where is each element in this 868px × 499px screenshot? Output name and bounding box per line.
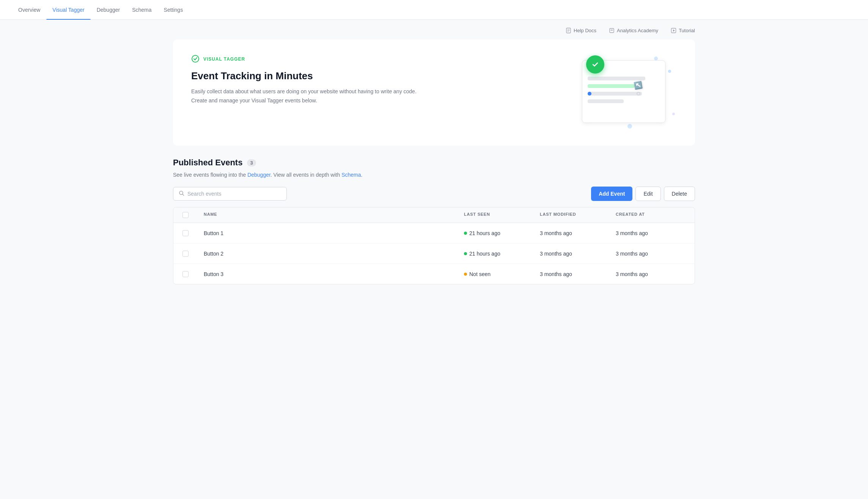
debugger-link[interactable]: Debugger [247,172,270,178]
help-docs-link[interactable]: Help Docs [565,27,596,33]
header-checkbox-cell [179,207,201,223]
events-table: NAME LAST SEEN LAST MODIFIED CREATED AT … [173,207,695,284]
row2-name: Button 2 [201,244,461,264]
hero-section: VISUAL TAGGER Event Tracking in Minutes … [173,39,695,146]
row2-created-at: 3 months ago [613,244,689,264]
search-icon [179,190,184,197]
row2-last-modified: 3 months ago [537,244,613,264]
tutorial-label: Tutorial [679,28,695,33]
hero-title: Event Tracking in Minutes [191,70,419,83]
row3-checkbox[interactable] [182,271,189,277]
svg-marker-8 [673,29,675,31]
table-row: Button 3 Not seen 3 months ago 3 months … [173,264,695,284]
edit-button[interactable]: Edit [635,187,660,201]
tab-schema[interactable]: Schema [126,0,157,20]
row3-checkbox-cell [179,264,201,284]
top-nav: Overview Visual Tagger Debugger Schema S… [0,0,868,20]
row3-last-modified: 3 months ago [537,264,613,284]
analytics-academy-label: Analytics Academy [617,28,658,33]
tab-visual-tagger[interactable]: Visual Tagger [46,0,90,20]
row2-status-dot [464,252,467,255]
row3-name: Button 3 [201,264,461,284]
toolbar: Add Event Edit Delete [173,187,695,201]
row1-name: Button 1 [201,223,461,243]
table-row: Button 2 21 hours ago 3 months ago 3 mon… [173,243,695,264]
main-content: Help Docs Analytics Academy Tutorial [161,20,707,297]
row1-last-modified: 3 months ago [537,223,613,243]
row3-status-dot [464,273,467,276]
tutorial-link[interactable]: Tutorial [670,27,695,33]
header-created-at: CREATED AT [613,207,689,223]
header-last-seen: LAST SEEN [461,207,537,223]
row1-checkbox-cell [179,223,201,243]
row2-checkbox-cell [179,244,201,264]
row2-last-seen: 21 hours ago [461,243,537,264]
help-links: Help Docs Analytics Academy Tutorial [173,20,695,39]
section-subtitle: See live events flowing into the Debugge… [173,171,695,179]
row2-checkbox[interactable] [182,251,189,257]
svg-point-9 [192,55,199,62]
hero-description: Easily collect data about what users are… [191,87,419,105]
events-count-badge: 3 [247,159,256,166]
table-header: NAME LAST SEEN LAST MODIFIED CREATED AT [173,207,695,223]
row1-status-dot [464,232,467,235]
row3-last-seen: Not seen [461,264,537,284]
row1-last-seen-text: 21 hours ago [469,230,500,236]
search-input[interactable] [187,191,281,197]
row2-last-seen-text: 21 hours ago [469,251,500,257]
schema-link[interactable]: Schema [341,172,361,178]
book-icon [609,27,615,33]
tab-overview[interactable]: Overview [12,0,46,20]
action-buttons: Add Event Edit Delete [591,187,695,201]
visual-tagger-badge: VISUAL TAGGER [191,55,419,64]
row1-created-at: 3 months ago [613,223,689,243]
header-checkbox[interactable] [182,212,189,218]
analytics-academy-link[interactable]: Analytics Academy [609,27,658,33]
row1-last-seen: 21 hours ago [461,223,537,243]
header-last-modified: LAST MODIFIED [537,207,613,223]
hero-illustration: ↖️ [578,55,677,130]
add-event-button[interactable]: Add Event [591,187,632,201]
header-name: NAME [201,207,461,223]
published-events-section: Published Events 3 See live events flowi… [173,158,695,284]
help-docs-label: Help Docs [574,28,596,33]
tab-settings[interactable]: Settings [158,0,189,20]
document-icon [565,27,571,33]
row3-created-at: 3 months ago [613,264,689,284]
hero-text: VISUAL TAGGER Event Tracking in Minutes … [191,55,419,105]
section-title-row: Published Events 3 [173,158,695,168]
visual-tagger-icon [191,55,200,64]
table-row: Button 1 21 hours ago 3 months ago 3 mon… [173,223,695,243]
section-title: Published Events [173,158,242,168]
svg-line-11 [182,194,184,196]
row1-checkbox[interactable] [182,230,189,236]
play-icon [670,27,676,33]
delete-button[interactable]: Delete [664,187,695,201]
tab-debugger[interactable]: Debugger [91,0,126,20]
row3-last-seen-text: Not seen [469,271,491,277]
badge-label: VISUAL TAGGER [203,56,245,62]
search-box[interactable] [173,187,287,201]
